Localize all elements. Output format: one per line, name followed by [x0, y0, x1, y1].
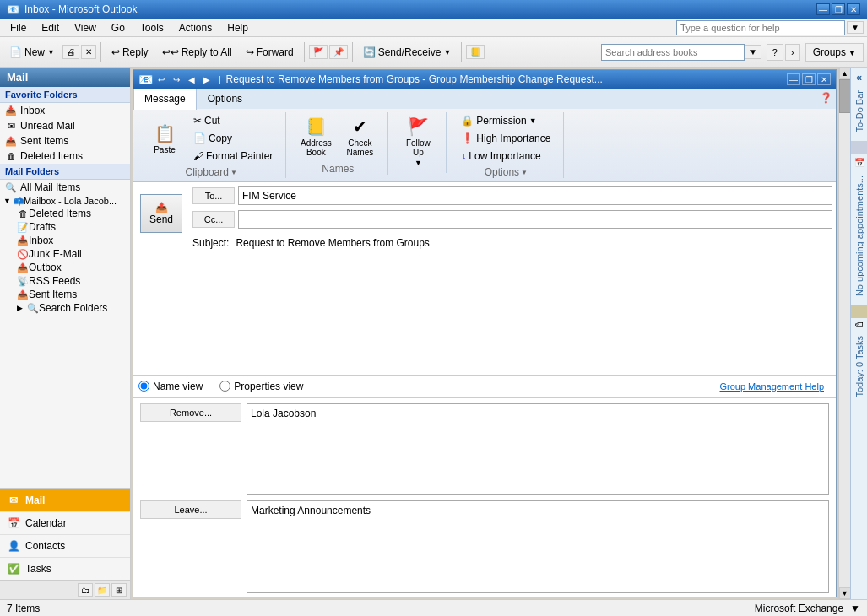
- permission-button[interactable]: 🔒 Permission ▼: [455, 112, 556, 129]
- tree-item-drafts[interactable]: 📝 Drafts: [0, 220, 130, 234]
- new-dropdown-icon[interactable]: ▼: [47, 48, 55, 57]
- tree-item-junk[interactable]: 🚫 Junk E-Mail: [0, 247, 130, 261]
- send-receive-dropdown-icon[interactable]: ▼: [443, 48, 451, 57]
- question-button[interactable]: ?: [767, 44, 783, 61]
- tree-item-deleted[interactable]: 🗑 Deleted Items: [0, 207, 130, 220]
- body-text-area-2[interactable]: Marketing Announcements: [247, 500, 829, 593]
- forward-button[interactable]: ↪ Forward: [240, 43, 300, 62]
- compose-close-button[interactable]: ✕: [817, 73, 831, 85]
- low-importance-button[interactable]: ↓ Low Importance: [455, 148, 556, 165]
- menu-edit[interactable]: Edit: [35, 20, 66, 35]
- close-button[interactable]: ✕: [847, 3, 860, 15]
- minimize-button[interactable]: —: [816, 3, 830, 15]
- menu-tools[interactable]: Tools: [133, 20, 171, 35]
- menu-go[interactable]: Go: [105, 20, 132, 35]
- check-names-button[interactable]: ✔ Check Names: [339, 112, 381, 161]
- calendar-icon-todo[interactable]: 📅: [853, 156, 866, 169]
- ribbon-help-icon[interactable]: ❓: [816, 89, 836, 109]
- print-button[interactable]: 🖨: [62, 45, 79, 59]
- body-text-area-1[interactable]: Lola Jacobson: [247, 403, 829, 496]
- menu-help[interactable]: Help: [220, 20, 255, 35]
- radio-name-input[interactable]: [138, 381, 149, 392]
- ribbon-tab-options[interactable]: Options: [197, 89, 253, 109]
- tree-item-inbox[interactable]: 📥 Inbox: [0, 234, 130, 247]
- vertical-scrollbar[interactable]: ▲ ▼: [838, 68, 850, 599]
- compose-maximize-button[interactable]: ❐: [802, 73, 816, 85]
- scroll-up-button[interactable]: ▲: [839, 68, 851, 79]
- sidebar-item-deleted-favorite[interactable]: 🗑 Deleted Items: [0, 149, 130, 164]
- nav-extra-btn-2[interactable]: 📁: [95, 583, 110, 597]
- back-icon[interactable]: ◀: [188, 75, 195, 84]
- status-dropdown-icon[interactable]: ▼: [850, 602, 860, 614]
- undo-icon[interactable]: ↩: [158, 75, 165, 84]
- radio-name-view[interactable]: Name view: [138, 381, 203, 392]
- nav-mail-button[interactable]: ✉ Mail: [0, 489, 130, 511]
- sidebar-item-all-mail[interactable]: 🔍 All Mail Items: [0, 180, 130, 195]
- send-button[interactable]: 📤 Send: [140, 194, 182, 233]
- radio-properties-input[interactable]: [219, 381, 230, 392]
- sidebar-item-sent-favorite[interactable]: 📤 Sent Items: [0, 133, 130, 149]
- flag2-button[interactable]: 📌: [329, 45, 348, 59]
- paste-button[interactable]: 📋 Paste: [144, 119, 186, 159]
- reply-button[interactable]: ↩ Reply: [106, 43, 154, 62]
- tree-item-sent[interactable]: 📤 Sent Items: [0, 288, 130, 301]
- help-dropdown-button[interactable]: ▼: [847, 21, 864, 34]
- menu-view[interactable]: View: [68, 20, 103, 35]
- to-input[interactable]: [238, 186, 832, 205]
- nav-extra-btn-1[interactable]: 🗂: [78, 583, 93, 597]
- clipboard-expand-icon[interactable]: ▼: [230, 169, 237, 176]
- title-bar: 📧 Inbox - Microsoft Outlook — ❐ ✕: [0, 0, 867, 19]
- nav-contacts-button[interactable]: 👤 Contacts: [0, 534, 130, 557]
- address-book-toolbar-button[interactable]: 📒: [466, 45, 485, 59]
- new-button[interactable]: 📄 New ▼: [3, 43, 61, 62]
- tree-item-outbox[interactable]: 📤 Outbox: [0, 261, 130, 274]
- nav-calendar-button[interactable]: 📅 Calendar: [0, 511, 130, 534]
- leave-button[interactable]: Leave...: [140, 500, 241, 519]
- radio-properties-view[interactable]: Properties view: [219, 381, 303, 392]
- remove-button[interactable]: Remove...: [140, 403, 241, 422]
- delete-button[interactable]: ✕: [81, 45, 96, 59]
- tree-item-mailbox[interactable]: ▼ 📫 Mailbox - Lola Jacob...: [0, 195, 130, 207]
- forward2-icon[interactable]: ▶: [203, 75, 210, 84]
- ribbon-tab-message[interactable]: Message: [133, 89, 197, 110]
- scroll-down-button[interactable]: ▼: [839, 587, 851, 599]
- help-input[interactable]: [676, 20, 845, 35]
- sidebar-item-unread[interactable]: ✉ Unread Mail: [0, 118, 130, 133]
- cc-input[interactable]: [238, 210, 832, 229]
- scroll-thumb[interactable]: [839, 79, 851, 113]
- permission-dropdown-icon[interactable]: ▼: [529, 116, 537, 125]
- tree-item-rss[interactable]: 📡 RSS Feeds: [0, 274, 130, 288]
- reply-all-icon: ↩↩: [162, 46, 179, 58]
- redo-icon[interactable]: ↪: [173, 75, 180, 84]
- expand-search-icon[interactable]: ▶: [17, 304, 27, 312]
- expand-mailbox-icon[interactable]: ▼: [3, 197, 14, 205]
- follow-up-button[interactable]: 🚩 Follow Up ▼: [397, 112, 439, 171]
- flag-button[interactable]: 🚩: [309, 45, 328, 59]
- groups-button[interactable]: Groups ▼: [805, 43, 864, 62]
- sidebar-item-inbox-favorite[interactable]: 📥 Inbox: [0, 103, 130, 118]
- follow-up-dropdown-icon[interactable]: ▼: [415, 159, 422, 167]
- nav-tasks-button[interactable]: ✅ Tasks: [0, 557, 130, 580]
- to-button[interactable]: To...: [192, 187, 235, 204]
- nav-extra-btn-3[interactable]: ⊞: [111, 583, 127, 597]
- menu-file[interactable]: File: [3, 20, 33, 35]
- reply-all-button[interactable]: ↩↩ Reply to All: [156, 43, 238, 62]
- arrow-button[interactable]: ›: [785, 44, 800, 61]
- address-book-button[interactable]: 📒 Address Book: [295, 112, 337, 161]
- copy-button[interactable]: 📄 Copy: [187, 130, 279, 147]
- tree-item-search[interactable]: ▶ 🔍 Search Folders: [0, 301, 130, 315]
- maximize-button[interactable]: ❐: [832, 3, 845, 15]
- compose-minimize-button[interactable]: —: [787, 73, 800, 85]
- group-management-help-link[interactable]: Group Management Help: [719, 381, 831, 392]
- search-input[interactable]: [601, 44, 745, 61]
- search-dropdown-button[interactable]: ▼: [745, 45, 761, 59]
- cc-button[interactable]: Cc...: [192, 211, 235, 228]
- menu-actions[interactable]: Actions: [172, 20, 219, 35]
- high-importance-button[interactable]: ❗ High Importance: [455, 130, 556, 147]
- task-icon-todo[interactable]: 🏷: [855, 320, 864, 329]
- send-receive-button[interactable]: 🔄 Send/Receive ▼: [357, 43, 458, 62]
- options-expand-icon[interactable]: ▼: [521, 169, 528, 176]
- format-painter-button[interactable]: 🖌 Format Painter: [187, 148, 279, 165]
- cut-button[interactable]: ✂ Cut: [187, 112, 279, 129]
- todo-collapse-button[interactable]: «: [856, 71, 862, 84]
